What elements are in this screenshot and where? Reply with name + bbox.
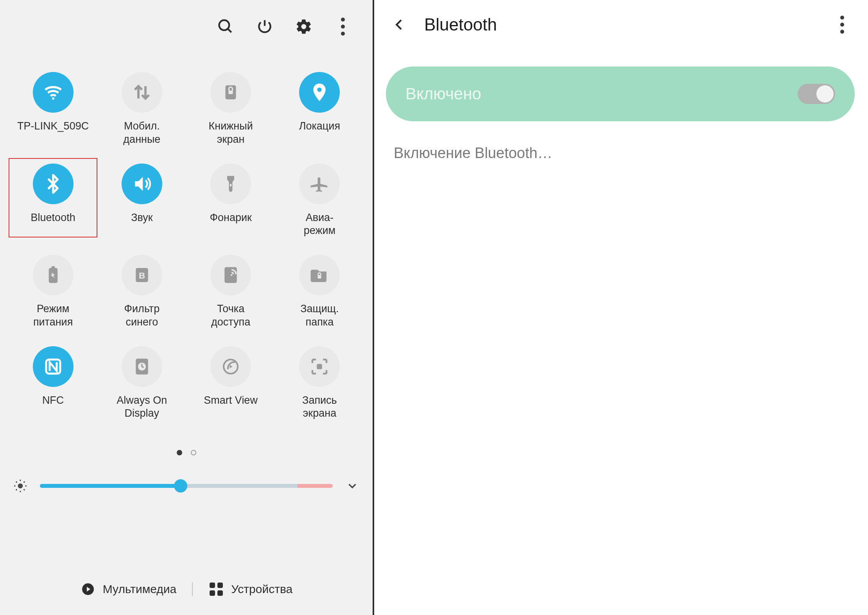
secure-folder-icon — [299, 255, 340, 295]
blue-filter-icon: B — [122, 255, 162, 295]
switch-knob — [816, 85, 834, 102]
devices-icon — [208, 581, 224, 597]
svg-point-2 — [52, 97, 54, 100]
svg-rect-5 — [230, 184, 232, 187]
svg-marker-14 — [230, 365, 233, 368]
tile-label: Звук — [131, 211, 152, 225]
quick-tiles-grid: TP-LINK_509C Мобил. данные Книжный экран… — [9, 67, 364, 420]
brightness-slider[interactable] — [40, 484, 333, 488]
play-circle-icon — [80, 581, 96, 597]
clock-icon — [122, 346, 162, 387]
page-indicator[interactable] — [0, 450, 373, 455]
tile-book-screen[interactable]: Книжный экран — [187, 67, 275, 146]
hotspot-icon — [210, 255, 251, 295]
flashlight-icon — [210, 164, 251, 204]
tile-label: Защищ. папка — [300, 302, 339, 329]
bluetooth-settings-screen: Bluetooth Включено Включение Bluetooth… — [374, 0, 866, 615]
brightness-thumb[interactable] — [174, 479, 187, 493]
tile-bluetooth[interactable]: Bluetooth — [9, 158, 97, 238]
svg-line-22 — [24, 489, 25, 490]
tile-label: Запись экрана — [302, 394, 337, 421]
separator — [192, 582, 193, 596]
tile-label: Фильтр синего — [124, 302, 160, 329]
tile-airplane[interactable]: Авиа- режим — [275, 158, 364, 238]
svg-line-24 — [24, 482, 25, 482]
chevron-down-icon[interactable] — [344, 477, 361, 495]
bluetooth-icon — [33, 164, 74, 204]
back-icon[interactable] — [390, 15, 409, 34]
tile-label: Мобил. данные — [123, 120, 160, 146]
tile-mobile-data[interactable]: Мобил. данные — [97, 67, 186, 146]
lock-icon — [210, 72, 251, 113]
devices-button[interactable]: Устройства — [208, 581, 292, 597]
bluetooth-switch[interactable] — [798, 84, 835, 104]
sound-icon — [122, 164, 162, 204]
tile-location[interactable]: Локация — [275, 67, 364, 146]
tile-label: Авиа- режим — [304, 211, 335, 238]
svg-line-1 — [228, 29, 231, 32]
svg-rect-4 — [229, 91, 233, 94]
bluetooth-toggle-card[interactable]: Включено — [386, 67, 855, 121]
tile-label: Локация — [299, 120, 340, 133]
tile-screen-record[interactable]: Запись экрана — [275, 341, 364, 421]
tile-nfc[interactable]: NFC — [9, 341, 97, 421]
tile-flashlight[interactable]: Фонарик — [187, 158, 275, 238]
tile-label: Книжный экран — [209, 120, 253, 146]
gear-icon[interactable] — [294, 16, 314, 37]
tile-label: NFC — [42, 394, 64, 407]
search-icon[interactable] — [215, 16, 236, 37]
quick-settings-footer: Мультимедиа Устройства — [0, 581, 373, 597]
tile-hotspot[interactable]: Точка доступа — [187, 249, 275, 329]
svg-point-8 — [231, 274, 233, 276]
tile-blue-filter[interactable]: B Фильтр синего — [97, 249, 186, 329]
svg-line-21 — [16, 482, 17, 482]
tile-label: TP-LINK_509C — [17, 120, 89, 133]
airplane-icon — [299, 164, 340, 204]
devices-label: Устройства — [231, 583, 292, 596]
media-button[interactable]: Мультимедиа — [80, 581, 177, 597]
brightness-slider-row — [12, 477, 361, 495]
tile-label: Bluetooth — [31, 211, 75, 225]
tile-label: Режим питания — [33, 302, 73, 329]
media-label: Мультимедиа — [103, 583, 177, 596]
tile-sound[interactable]: Звук — [97, 158, 186, 238]
tile-label: Точка доступа — [211, 302, 250, 329]
tile-label: Фонарик — [210, 211, 251, 225]
page-title: Bluetooth — [424, 15, 818, 34]
tile-label: Smart View — [204, 394, 258, 407]
nfc-icon — [33, 346, 74, 387]
tile-power-mode[interactable]: Режим питания — [9, 249, 97, 329]
pager-dot — [191, 450, 196, 455]
svg-point-16 — [18, 484, 23, 489]
quick-settings-panel: TP-LINK_509C Мобил. данные Книжный экран… — [0, 0, 374, 615]
wifi-icon — [33, 72, 74, 113]
swap-icon — [122, 72, 162, 113]
quick-settings-toolbar — [215, 16, 353, 37]
tile-smart-view[interactable]: Smart View — [187, 341, 275, 421]
tile-label: Always On Display — [117, 394, 167, 421]
svg-rect-9 — [318, 275, 321, 279]
record-icon — [299, 346, 340, 387]
battery-icon — [33, 255, 74, 295]
more-icon[interactable] — [834, 16, 851, 34]
bluetooth-header: Bluetooth — [390, 15, 851, 34]
brightness-icon — [12, 477, 29, 495]
smartview-icon — [210, 346, 251, 387]
power-icon[interactable] — [255, 16, 275, 37]
pager-dot-active — [177, 450, 182, 455]
svg-point-0 — [219, 20, 230, 31]
tile-secure-folder[interactable]: Защищ. папка — [275, 249, 364, 329]
more-icon[interactable] — [333, 16, 353, 37]
svg-line-23 — [16, 489, 17, 490]
svg-rect-15 — [317, 364, 323, 369]
tile-wifi[interactable]: TP-LINK_509C — [9, 67, 97, 146]
bluetooth-state-label: Включено — [405, 85, 481, 103]
bluetooth-status-text: Включение Bluetooth… — [394, 145, 552, 162]
tile-always-on-display[interactable]: Always On Display — [97, 341, 186, 421]
svg-text:B: B — [139, 271, 145, 281]
location-icon — [299, 72, 340, 113]
